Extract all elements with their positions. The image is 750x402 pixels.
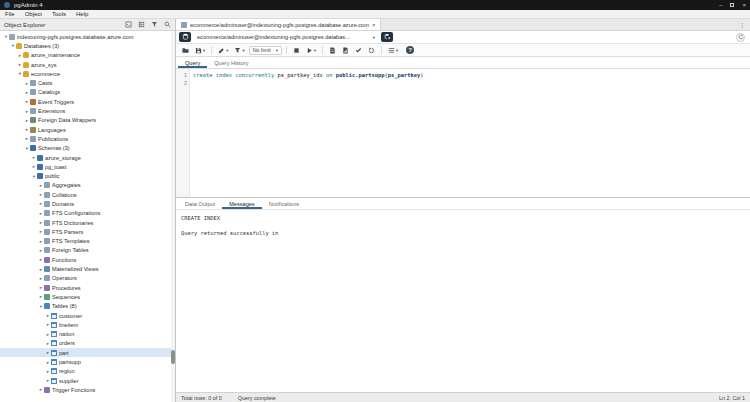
tree-item-label: Publications: [38, 136, 68, 142]
commit-button[interactable]: [353, 45, 364, 55]
toolbar-divider: [286, 46, 287, 54]
chevron-down-icon: ▾: [373, 35, 375, 40]
materialized-views-icon: [44, 266, 50, 272]
tree-item-customer[interactable]: ▸customer: [0, 311, 175, 320]
tree-item-aggregates[interactable]: ▸Aggregates: [0, 181, 175, 190]
save-menu-caret-icon[interactable]: ▾: [203, 48, 205, 53]
sql-token: create index concurrently: [193, 72, 277, 78]
tree-item-collations[interactable]: ▸Collations: [0, 190, 175, 199]
tree-item-partsupp[interactable]: ▸partsupp: [0, 357, 175, 366]
query-status-label: Query complete: [238, 395, 276, 401]
edit-button[interactable]: ▾: [216, 45, 230, 55]
tabbar-overflow-menu-icon[interactable]: ⋮: [734, 19, 750, 30]
tab-messages[interactable]: Messages: [222, 198, 262, 209]
tree-item-indextuning-pgfs-postgres-database-azure-com[interactable]: ▾indextuning-pgfs.postgres.database.azur…: [0, 32, 175, 41]
explain-analyze-button[interactable]: [340, 45, 351, 55]
tree-item-pg-toast[interactable]: ▸pg_toast: [0, 162, 175, 171]
refresh-button[interactable]: [736, 33, 745, 42]
tree-item-languages[interactable]: ▸Languages: [0, 125, 175, 134]
tree-item-tables-8[interactable]: ▾Tables (8): [0, 302, 175, 311]
tree-item-sequences[interactable]: ▸Sequences: [0, 292, 175, 301]
open-file-button[interactable]: [180, 45, 191, 55]
tab-query-history[interactable]: Query History: [207, 57, 255, 68]
new-connection-button[interactable]: [381, 32, 393, 42]
edit-menu-caret-icon[interactable]: ▾: [226, 48, 228, 53]
filter-menu-caret-icon[interactable]: ▾: [242, 48, 244, 53]
tree-item-label: Trigger Functions: [52, 387, 95, 393]
tree-item-trigger-functions[interactable]: ▸Trigger Functions: [0, 385, 175, 394]
tree-item-casts[interactable]: ▸Casts: [0, 78, 175, 87]
tree-item-fts-configurations[interactable]: ▸FTS Configurations: [0, 209, 175, 218]
message-line: Query returned successfully in: [181, 229, 750, 237]
code-area[interactable]: create index concurrently ps_partkey_idx…: [190, 69, 750, 197]
tree-item-functions[interactable]: ▸Functions: [0, 255, 175, 264]
macros-button[interactable]: ▾: [386, 45, 400, 55]
execute-options-caret-icon[interactable]: ▾: [314, 48, 316, 53]
tree-item-extensions[interactable]: ▸Extensions: [0, 106, 175, 115]
explain-button[interactable]: [327, 45, 338, 55]
tree-item-region[interactable]: ▸region: [0, 367, 175, 376]
tab-query[interactable]: Query: [178, 57, 207, 68]
connection-status-button[interactable]: [179, 32, 191, 42]
tab-close-icon[interactable]: ×: [372, 22, 376, 28]
menu-object[interactable]: Object: [25, 11, 42, 17]
macros-caret-icon[interactable]: ▾: [396, 48, 398, 53]
maximize-button[interactable]: [730, 3, 734, 7]
sidebar-scrollbar-thumb[interactable]: [171, 350, 175, 364]
menubar: File Object Tools Help: [0, 10, 750, 19]
sql-editor[interactable]: 1 2 create index concurrently ps_partkey…: [176, 69, 750, 197]
tree-item-label: Materialized Views: [52, 266, 99, 272]
tree-item-operators[interactable]: ▸Operators: [0, 274, 175, 283]
tree-item-azure-maintenance[interactable]: ▸azure_maintenance: [0, 51, 175, 60]
query-tool-panel: ecommerce/adminuser@indextuning-pgfs.pos…: [176, 19, 750, 402]
close-button[interactable]: ×: [742, 0, 746, 10]
database-icon: [23, 62, 29, 68]
tree-item-foreign-tables[interactable]: ▸Foreign Tables: [0, 246, 175, 255]
rollback-button[interactable]: [366, 45, 377, 55]
tree-item-fts-parsers[interactable]: ▸FTS Parsers: [0, 227, 175, 236]
tree-item-catalogs[interactable]: ▸Catalogs: [0, 88, 175, 97]
menu-tools[interactable]: Tools: [52, 11, 66, 17]
tree-item-part[interactable]: ▸part: [0, 348, 175, 357]
statusbar: Total rows: 0 of 0 Query complete Ln 2, …: [176, 392, 750, 402]
filtered-rows-icon[interactable]: [151, 21, 158, 28]
save-button[interactable]: ▾: [193, 45, 207, 55]
table-icon: [51, 378, 57, 384]
tab-notifications[interactable]: Notifications: [262, 198, 306, 209]
tree-item-label: FTS Configurations: [52, 210, 100, 216]
view-data-icon[interactable]: [138, 21, 145, 28]
tree-item-nation[interactable]: ▸nation: [0, 330, 175, 339]
menu-file[interactable]: File: [5, 11, 15, 17]
search-objects-icon[interactable]: [164, 21, 171, 28]
tree-item-fts-templates[interactable]: ▸FTS Templates: [0, 237, 175, 246]
tree-item-public[interactable]: ▾public: [0, 171, 175, 180]
tree-item-materialized-views[interactable]: ▸Materialized Views: [0, 264, 175, 273]
stop-button[interactable]: [291, 45, 302, 55]
limit-select[interactable]: No limit ▾: [249, 46, 282, 55]
tree-item-schemas-3[interactable]: ▾Schemas (3): [0, 144, 175, 153]
tree-item-domains[interactable]: ▸Domains: [0, 199, 175, 208]
trigger-functions-icon: [44, 387, 50, 393]
tree-item-fts-dictionaries[interactable]: ▸FTS Dictionaries: [0, 218, 175, 227]
tree-item-lineitem[interactable]: ▸lineitem: [0, 320, 175, 329]
connection-select[interactable]: ecommerce/adminuser@indextuning-pgfs.pos…: [195, 32, 377, 42]
menu-help[interactable]: Help: [76, 11, 88, 17]
query-tool-tab[interactable]: ecommerce/adminuser@indextuning-pgfs.pos…: [176, 19, 381, 30]
tree-item-event-triggers[interactable]: ▸Event Triggers: [0, 97, 175, 106]
tree-item-azure-storage[interactable]: ▸azure_storage: [0, 153, 175, 162]
execute-button[interactable]: ▾: [304, 45, 318, 55]
tab-data-output[interactable]: Data Output: [178, 198, 222, 209]
tree-item-azure-sys[interactable]: ▸azure_sys: [0, 60, 175, 69]
tree-item-procedures[interactable]: ▸Procedures: [0, 283, 175, 292]
tree-item-foreign-data-wrappers[interactable]: ▸Foreign Data Wrappers: [0, 116, 175, 125]
tree-item-publications[interactable]: ▸Publications: [0, 134, 175, 143]
filter-button[interactable]: ▾: [232, 45, 246, 55]
tree-item-ecommerce[interactable]: ▾ecommerce: [0, 69, 175, 78]
minimize-button[interactable]: –: [719, 0, 722, 10]
tree-item-orders[interactable]: ▸orders: [0, 339, 175, 348]
tree-item-databases-3[interactable]: ▾Databases (3): [0, 41, 175, 50]
sidebar-scrollbar[interactable]: [171, 31, 175, 402]
help-button[interactable]: ?: [406, 46, 414, 54]
tree-item-supplier[interactable]: ▸supplier: [0, 376, 175, 385]
query-tool-icon[interactable]: [125, 21, 132, 28]
